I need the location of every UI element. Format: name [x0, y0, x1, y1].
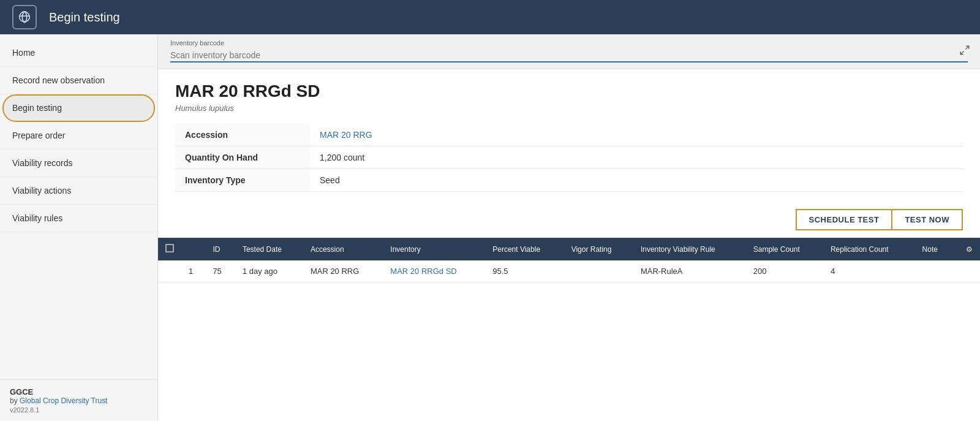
row-num: 1 — [181, 260, 205, 283]
schedule-test-button[interactable]: SCHEDULE TEST — [796, 209, 892, 230]
content-area: Inventory barcode MAR 20 RRGd SD Humulus… — [158, 34, 980, 421]
row-vigor-rating — [564, 260, 633, 283]
col-checkbox — [158, 238, 181, 260]
svg-line-2 — [960, 51, 963, 55]
col-note[interactable]: Note — [915, 238, 953, 260]
row-checkbox — [158, 260, 181, 283]
table-row: 1 75 1 day ago MAR 20 RRG MAR 20 RRGd SD… — [158, 260, 980, 283]
trust-link[interactable]: Global Crop Diversity Trust — [20, 396, 107, 405]
info-row-inventory-type: Inventory Type Seed — [175, 169, 963, 192]
col-settings[interactable]: ⚙ — [953, 238, 980, 260]
row-accession: MAR 20 RRG — [303, 260, 383, 283]
accession-link[interactable]: MAR 20 RRG — [320, 130, 372, 140]
version-label: v2022.8.1 — [10, 406, 148, 414]
sidebar: Home Record new observation Begin testin… — [0, 34, 158, 421]
data-table-container: ID Tested Date Accession Inventory Perce… — [158, 238, 980, 421]
sidebar-footer: GGCE by Global Crop Diversity Trust v202… — [0, 379, 157, 421]
inventory-details: MAR 20 RRGd SD Humulus lupulus Accession… — [158, 69, 980, 202]
sidebar-item-record-new-observation[interactable]: Record new observation — [0, 67, 157, 94]
select-all-checkbox[interactable] — [165, 244, 174, 252]
barcode-input[interactable] — [170, 49, 968, 63]
info-row-quantity: Quantity On Hand 1,200 count — [175, 146, 963, 169]
row-percent-viable: 95.5 — [485, 260, 564, 283]
accession-value: MAR 20 RRG — [310, 124, 963, 146]
sidebar-item-viability-records[interactable]: Viability records — [0, 150, 157, 177]
main-layout: Home Record new observation Begin testin… — [0, 34, 980, 421]
info-row-accession: Accession MAR 20 RRG — [175, 124, 963, 146]
col-percent-viable[interactable]: Percent Viable — [485, 238, 564, 260]
inventory-type-label: Inventory Type — [175, 169, 310, 192]
sidebar-item-viability-actions[interactable]: Viability actions — [0, 177, 157, 205]
barcode-label: Inventory barcode — [170, 39, 968, 47]
top-header: Begin testing — [0, 0, 980, 34]
table-header-row: ID Tested Date Accession Inventory Perce… — [158, 238, 980, 260]
svg-line-1 — [966, 46, 969, 49]
inventory-type-value: Seed — [310, 169, 963, 192]
row-sample-count: 200 — [746, 260, 823, 283]
actions-bar: SCHEDULE TEST TEST NOW — [158, 202, 980, 238]
col-tested-date[interactable]: Tested Date — [235, 238, 303, 260]
app-logo — [12, 5, 37, 29]
sidebar-item-viability-rules[interactable]: Viability rules — [0, 205, 157, 232]
inventory-subtitle: Humulus lupulus — [175, 104, 963, 113]
trust-line: by Global Crop Diversity Trust — [10, 396, 148, 405]
col-vigor-rating[interactable]: Vigor Rating — [564, 238, 633, 260]
data-table: ID Tested Date Accession Inventory Perce… — [158, 238, 980, 283]
col-accession[interactable]: Accession — [303, 238, 383, 260]
org-code: GGCE — [10, 387, 148, 396]
test-now-button[interactable]: TEST NOW — [892, 209, 963, 230]
inventory-title: MAR 20 RRGd SD — [175, 82, 963, 101]
row-inv-viability-rule: MAR-RuleA — [633, 260, 746, 283]
barcode-bar: Inventory barcode — [158, 34, 980, 69]
accession-label: Accession — [175, 124, 310, 146]
row-actions — [953, 260, 980, 283]
quantity-value: 1,200 count — [310, 146, 963, 169]
col-replication-count[interactable]: Replication Count — [823, 238, 915, 260]
col-row-num — [181, 238, 205, 260]
info-table: Accession MAR 20 RRG Quantity On Hand 1,… — [175, 124, 963, 192]
sidebar-item-home[interactable]: Home — [0, 39, 157, 67]
row-replication-count: 4 — [823, 260, 915, 283]
row-tested-date: 1 day ago — [235, 260, 303, 283]
col-id[interactable]: ID — [205, 238, 235, 260]
sidebar-nav: Home Record new observation Begin testin… — [0, 34, 157, 379]
sidebar-item-begin-testing[interactable]: Begin testing — [4, 96, 154, 121]
page-title: Begin testing — [49, 10, 120, 25]
row-inventory[interactable]: MAR 20 RRGd SD — [383, 260, 485, 283]
col-inventory-viability-rule[interactable]: Inventory Viability Rule — [633, 238, 746, 260]
expand-icon[interactable] — [959, 45, 970, 58]
sidebar-item-prepare-order[interactable]: Prepare order — [0, 122, 157, 150]
quantity-label: Quantity On Hand — [175, 146, 310, 169]
col-inventory[interactable]: Inventory — [383, 238, 485, 260]
row-note — [915, 260, 953, 283]
col-sample-count[interactable]: Sample Count — [746, 238, 823, 260]
row-id: 75 — [205, 260, 235, 283]
